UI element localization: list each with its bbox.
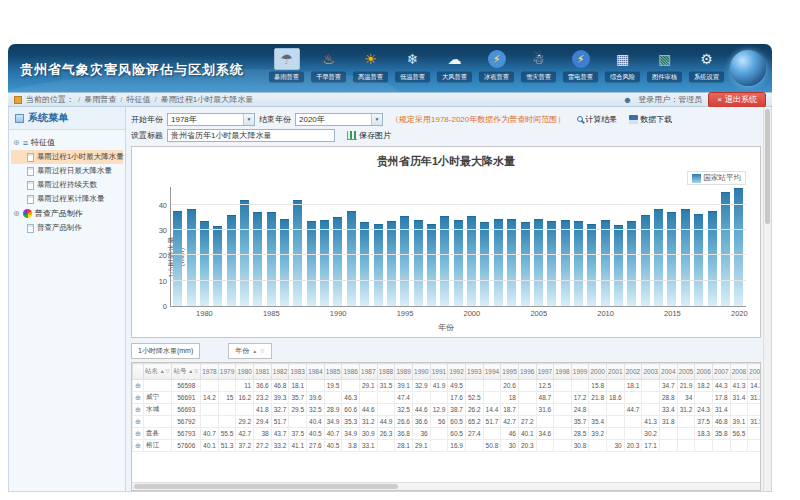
- value-cell: [589, 440, 607, 452]
- vscroll-thumb[interactable]: [765, 109, 770, 224]
- bar-2009[interactable]: [587, 224, 596, 306]
- bar-1983[interactable]: [240, 200, 249, 306]
- bar-2016[interactable]: [681, 209, 690, 306]
- nav-item-drought-icon[interactable]: ♨干旱普查: [309, 48, 348, 83]
- sidebar-item-label: 暴雨过程1小时最大降水量: [37, 152, 124, 162]
- station-name-cell: 威宁: [143, 392, 172, 404]
- bar-2019[interactable]: [721, 192, 730, 306]
- main-content: 开始年份 1978年 ▼ 结束年份 2020年 ▼ （规定采用1978-2020…: [126, 107, 772, 492]
- bar-1992[interactable]: [360, 222, 369, 306]
- nav-item-lightning-icon[interactable]: ⚡雷电普查: [561, 48, 600, 83]
- bar-1999[interactable]: [454, 220, 463, 306]
- row-expander-icon[interactable]: ⊕: [133, 428, 144, 440]
- start-year-select[interactable]: 1978年 ▼: [167, 113, 255, 126]
- nav-item-composite-risk-icon[interactable]: ▦综合风险: [603, 48, 642, 83]
- vertical-scrollbar[interactable]: [763, 107, 771, 491]
- bar-1990[interactable]: [333, 217, 342, 306]
- row-expander-icon[interactable]: ⊕: [133, 380, 144, 392]
- bar-1986[interactable]: [280, 219, 289, 306]
- sidebar-item[interactable]: 普查产品制作: [11, 221, 123, 235]
- tree-toggle-icon[interactable]: ⊕: [13, 138, 20, 147]
- value-cell: 32.7: [271, 404, 289, 416]
- bar-1993[interactable]: [374, 224, 383, 306]
- calc-result-button[interactable]: 计算结果: [577, 114, 617, 125]
- breadcrumb-item[interactable]: 暴雨普查: [84, 95, 116, 104]
- bar-1978[interactable]: [173, 211, 182, 306]
- breadcrumb-item[interactable]: 特征值: [126, 95, 150, 104]
- chart-title-input[interactable]: [167, 129, 335, 142]
- row-expander-icon[interactable]: ⊕: [133, 392, 144, 404]
- bar-1997[interactable]: [427, 224, 436, 306]
- horizontal-scrollbar[interactable]: [132, 482, 760, 490]
- nav-item-hail-icon[interactable]: ⚡冰雹普查: [477, 48, 516, 83]
- bar-2020[interactable]: [734, 188, 743, 306]
- bar-2006[interactable]: [547, 221, 556, 306]
- logout-button[interactable]: × 退出系统: [708, 92, 766, 108]
- bar-2007[interactable]: [561, 220, 570, 306]
- bar-1994[interactable]: [387, 221, 396, 306]
- bar-2011[interactable]: [614, 225, 623, 306]
- sidebar-item[interactable]: 暴雨过程1小时最大降水量: [11, 150, 123, 164]
- nav-item-snow-icon[interactable]: ☃雪灾普查: [519, 48, 558, 83]
- bar-2003[interactable]: [507, 219, 516, 306]
- bar-1991[interactable]: [347, 211, 356, 306]
- bar-2010[interactable]: [601, 220, 610, 306]
- save-image-button[interactable]: 保存图片: [347, 130, 391, 141]
- name-column-header[interactable]: 站名 ▲▽: [143, 364, 172, 380]
- bar-2017[interactable]: [694, 214, 703, 306]
- nav-item-rainstorm-icon[interactable]: ☂暴雨普查: [267, 48, 306, 83]
- bar-2018[interactable]: [708, 211, 717, 306]
- bar-2004[interactable]: [521, 222, 530, 306]
- nav-item-high-temp-icon[interactable]: ☀高温普查: [351, 48, 390, 83]
- bar-1988[interactable]: [307, 221, 316, 306]
- bar-2014[interactable]: [654, 209, 663, 306]
- row-expander-icon[interactable]: ⊕: [133, 416, 144, 428]
- bar-1980[interactable]: [200, 221, 209, 306]
- nav-item-map-review-icon[interactable]: ▧图件审核: [645, 48, 684, 83]
- nav-item-low-temp-icon[interactable]: ❄低温普查: [393, 48, 432, 83]
- bar-1984[interactable]: [253, 212, 262, 306]
- bar-2002[interactable]: [494, 219, 503, 306]
- chevron-down-icon[interactable]: ▼: [371, 114, 382, 125]
- nav-item-system-settings-icon[interactable]: ⚙系统设置: [687, 48, 726, 83]
- value-cell: [218, 380, 236, 392]
- bar-1996[interactable]: [414, 220, 423, 306]
- y-tick-label: 20: [159, 251, 167, 260]
- nav-item-label: 雷电普查: [563, 72, 598, 83]
- bar-2005[interactable]: [534, 219, 543, 306]
- sidebar-item[interactable]: 暴雨过程持续天数: [11, 178, 123, 192]
- value-cell: [659, 428, 677, 440]
- tree-toggle-icon[interactable]: ⊕: [13, 209, 20, 218]
- bar-1985[interactable]: [267, 212, 276, 306]
- pivot-column-box[interactable]: 年份 ▲ ▽: [228, 343, 272, 359]
- bar-2015[interactable]: [667, 212, 676, 306]
- y-tick-label: 0: [163, 302, 167, 311]
- bar-1979[interactable]: [187, 209, 196, 306]
- nav-item-wind-icon[interactable]: ☁大风普查: [435, 48, 474, 83]
- bar-2012[interactable]: [627, 221, 636, 306]
- station-id-column-header[interactable]: 站号 ▲▽: [172, 364, 201, 380]
- sidebar-group-palette-icon[interactable]: ⊕普查产品制作: [11, 206, 123, 221]
- sidebar-item[interactable]: 暴雨过程累计降水量: [11, 192, 123, 206]
- chevron-down-icon[interactable]: ▼: [243, 114, 254, 125]
- pivot-controls: 1小时降水量(mm) 年份 ▲ ▽: [131, 343, 761, 359]
- bar-2008[interactable]: [574, 221, 583, 306]
- data-download-button[interactable]: 数据下载: [629, 114, 672, 125]
- hscroll-thumb[interactable]: [134, 484, 398, 489]
- bar-2001[interactable]: [480, 222, 489, 306]
- row-expander-icon[interactable]: ⊕: [133, 440, 144, 452]
- pivot-measure-box[interactable]: 1小时降水量(mm): [131, 343, 200, 359]
- high-temp-icon: ☀: [358, 48, 384, 70]
- row-expander-icon[interactable]: ⊕: [133, 404, 144, 416]
- sort-icons[interactable]: ▲ ▽: [252, 348, 265, 354]
- sidebar-group-list-icon[interactable]: ⊕≡特征值: [11, 135, 123, 150]
- value-cell: 29.1: [360, 380, 378, 392]
- value-cell: 36.6: [254, 380, 272, 392]
- end-year-select[interactable]: 2020年 ▼: [295, 113, 383, 126]
- sidebar-item[interactable]: 暴雨过程日最大降水量: [11, 164, 123, 178]
- breadcrumb-item[interactable]: 暴雨过程1小时最大降水量: [161, 95, 253, 104]
- data-table-wrap: 站名 ▲▽站号 ▲▽197819791980198119821983198419…: [131, 362, 761, 491]
- bar-1981[interactable]: [213, 226, 222, 306]
- bar-1989[interactable]: [320, 220, 329, 306]
- bar-1987[interactable]: [293, 200, 302, 306]
